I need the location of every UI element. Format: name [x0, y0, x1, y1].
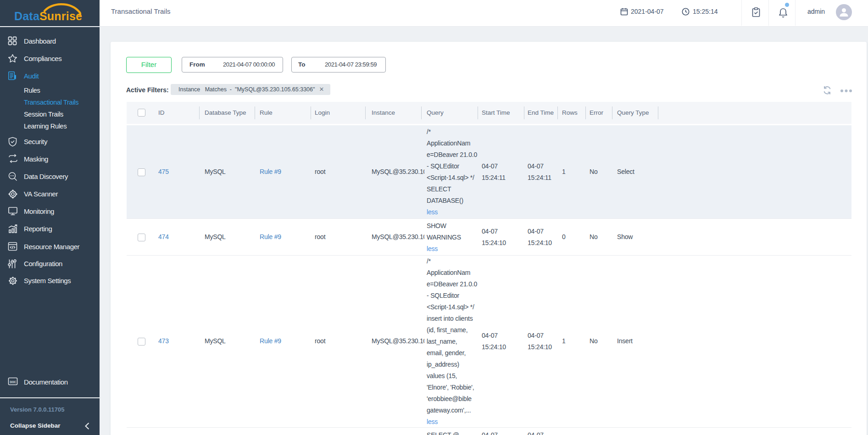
svg-text:DOC: DOC	[10, 380, 16, 384]
